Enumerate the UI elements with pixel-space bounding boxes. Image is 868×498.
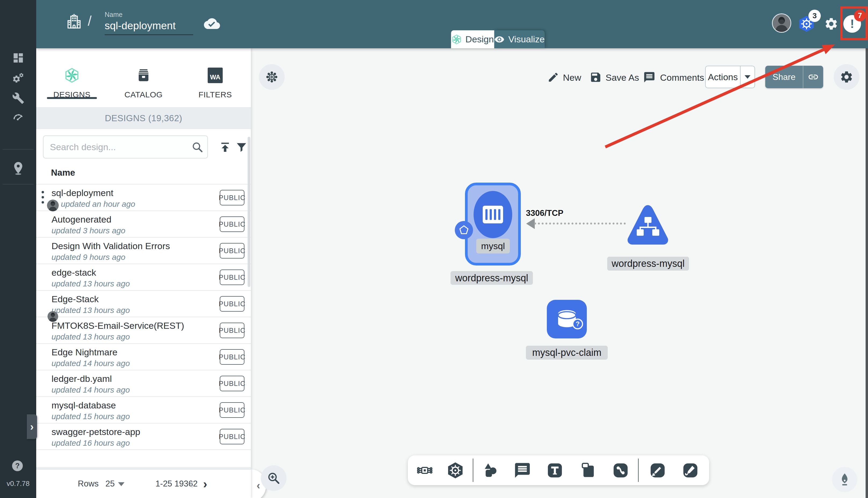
canvas-dock (408, 455, 709, 485)
rows-per-page-select[interactable]: 25 (105, 476, 115, 492)
design-list-item[interactable]: Edge Nightmare updated 14 hours ago PUBL… (36, 343, 251, 370)
filter-button[interactable] (235, 141, 248, 153)
design-list-item[interactable]: Design With Validation Errors updated 9 … (36, 237, 251, 264)
node-label-wordpress-mysql-deployment: wordpress-mysql (451, 271, 533, 285)
node-mysql-container[interactable] (474, 191, 512, 238)
upload-design-button[interactable] (219, 141, 232, 153)
design-updated: updated 13 hours ago (52, 306, 130, 315)
new-design-label[interactable]: New (563, 73, 581, 83)
design-list-item[interactable]: ledger-db.yaml updated 14 hours ago PUBL… (36, 370, 251, 396)
new-design-button[interactable] (547, 71, 559, 83)
sidebar-item-lifecycle[interactable] (0, 68, 36, 88)
save-as-label[interactable]: Save As (606, 73, 639, 83)
chevron-right-icon: › (30, 421, 34, 433)
drawer-tab-catalog-label: CATALOG (125, 90, 163, 99)
row-menu-button[interactable] (41, 191, 44, 204)
tab-visualize-label: Visualize (508, 34, 545, 44)
design-list-item[interactable]: edge-stack updated 13 hours ago PUBLIC (36, 264, 251, 290)
sidebar-item-extensions[interactable] (0, 127, 36, 147)
canvas-settings-button[interactable] (834, 64, 859, 90)
comments-button[interactable] (643, 71, 656, 83)
node-mysql-pvc-claim[interactable] (547, 300, 587, 338)
design-list-item[interactable]: swagger-petstore-app updated 16 hours ag… (36, 423, 251, 449)
link-icon (808, 71, 819, 82)
dock-kubernetes-button[interactable] (446, 461, 464, 479)
dock-note-button[interactable] (579, 461, 597, 479)
deployment-pentagon-badge[interactable] (455, 221, 473, 239)
wrench-icon (12, 92, 24, 104)
dock-divider (638, 459, 638, 482)
canvas-mesh-settings-button[interactable] (259, 64, 285, 90)
user-avatar[interactable] (772, 13, 791, 33)
note-icon (579, 461, 597, 479)
visibility-badge: PUBLIC (220, 243, 244, 259)
design-name: swagger-petstore-app (52, 427, 140, 437)
node-wordpress-mysql-service[interactable] (626, 204, 670, 250)
sidebar-expand-button[interactable]: › (27, 414, 37, 439)
actions-dropdown-button[interactable] (740, 75, 754, 79)
design-list-item[interactable]: Edge-Stack updated 13 hours ago PUBLIC (36, 290, 251, 317)
share-button[interactable]: Share (765, 66, 823, 88)
tab-visualize[interactable]: Visualize (494, 30, 545, 48)
rows-per-page-value: 25 (105, 479, 115, 489)
drawer-tab-designs[interactable]: DESIGNS (36, 56, 107, 99)
edge-mysql-service[interactable] (534, 223, 626, 224)
pencil-draw-icon (682, 461, 699, 479)
copy-link-button[interactable] (803, 71, 823, 82)
sync-status-button[interactable] (204, 15, 220, 32)
pen-tool-button[interactable] (832, 467, 857, 492)
designs-count-header: DESIGNS (19,362) (36, 107, 251, 129)
design-name: Edge-Stack (52, 294, 99, 304)
help-button[interactable]: ? (12, 460, 23, 471)
wasm-filters-icon-text: WA (210, 74, 221, 81)
sidebar-item-configuration[interactable] (0, 88, 36, 108)
sidebar-item-connections[interactable] (0, 158, 36, 178)
active-tab-underline (47, 97, 97, 99)
dock-shapes-button[interactable] (481, 461, 499, 479)
comments-label[interactable]: Comments (660, 73, 704, 83)
search-icon[interactable] (191, 141, 204, 153)
pagination-next-button[interactable]: › (203, 476, 207, 492)
design-list-item[interactable]: FMTOK8S-Email-Service(REST) updated 13 h… (36, 317, 251, 343)
building-icon (65, 13, 83, 30)
settings-button[interactable] (824, 17, 839, 31)
dock-edge-pen-button[interactable] (649, 461, 666, 479)
drawer-tab-catalog[interactable]: CATALOG (108, 56, 179, 99)
drawer-tab-filters[interactable]: WA FILTERS (180, 56, 251, 99)
sidebar-item-dashboard[interactable] (0, 48, 36, 68)
design-list-item[interactable]: mysql-database updated 15 hours ago PUBL… (36, 396, 251, 423)
zoom-in-button[interactable] (261, 465, 287, 491)
search-input[interactable] (43, 135, 208, 158)
zoom-in-icon (267, 471, 281, 485)
exclamation-icon: ! (850, 17, 854, 30)
sidebar-divider (3, 149, 34, 150)
edge-port-label: 3306/TCP (526, 208, 563, 218)
actions-button[interactable]: Actions (705, 66, 755, 88)
dock-freehand-button[interactable] (682, 461, 699, 479)
design-name: Design With Validation Errors (52, 241, 170, 251)
tab-design[interactable]: Design (451, 30, 494, 48)
save-as-button[interactable] (590, 71, 602, 83)
dock-comment-button[interactable] (514, 461, 531, 479)
organization-button[interactable] (65, 13, 83, 30)
node-label-wordpress-mysql-service: wordpress-mysql (607, 257, 689, 271)
design-updated: updated 14 hours ago (52, 359, 130, 368)
pentagon-icon (458, 225, 469, 235)
design-list-item[interactable]: sql-deployment updated an hour ago PUBLI… (36, 184, 251, 210)
list-scrollbar[interactable] (248, 137, 250, 287)
design-name-input[interactable] (105, 19, 193, 35)
pagination-prev-button[interactable]: ‹ (189, 476, 193, 492)
meshery-app-window: ? v0.7.78 › / Name 3 ! 7 Design (0, 0, 868, 498)
dock-infrastructure-button[interactable] (416, 461, 433, 479)
meshery-logo[interactable] (6, 6, 30, 35)
dock-link-button[interactable] (612, 461, 630, 479)
design-updated: updated 13 hours ago (52, 279, 130, 288)
notification-count-badge: 7 (854, 10, 866, 22)
comment-icon (514, 461, 531, 479)
share-label: Share (765, 72, 803, 82)
design-canvas[interactable]: New Save As Comments Actions Share mysql… (251, 48, 865, 498)
context-count-badge: 3 (808, 10, 821, 22)
sidebar-item-performance[interactable] (0, 107, 36, 127)
dock-text-button[interactable] (546, 461, 564, 479)
design-list-item[interactable]: Autogenerated updated 3 hours ago PUBLIC (36, 210, 251, 237)
